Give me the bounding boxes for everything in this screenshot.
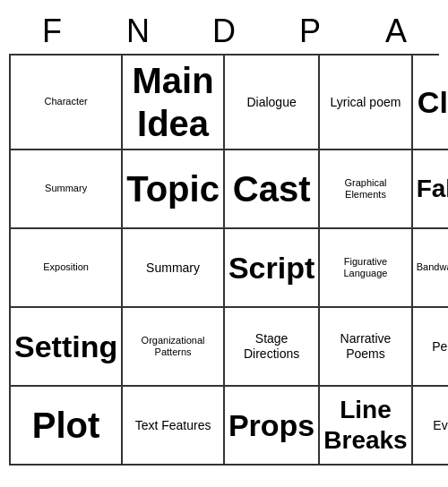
cell-r4-c4: Evidence — [413, 387, 448, 466]
cell-r3-c2: Stage Directions — [225, 308, 320, 387]
cell-text-r3-c4: Persuade — [432, 339, 448, 355]
cell-r3-c1: Organizational Patterns — [123, 308, 225, 387]
cell-text-r2-c3: Figurative Language — [323, 256, 407, 279]
cell-r4-c3: Line Breaks — [320, 387, 412, 466]
cell-r0-c1: Main Idea — [123, 56, 225, 150]
cell-r3-c3: Narrative Poems — [320, 308, 412, 387]
cell-r1-c1: Topic — [123, 150, 225, 229]
col-header-n: N — [95, 9, 181, 54]
cell-r0-c0: Character — [11, 56, 123, 150]
cell-r4-c2: Props — [225, 387, 320, 466]
cell-text-r4-c1: Text Features — [135, 418, 211, 433]
cell-text-r0-c0: Character — [44, 96, 87, 107]
cell-text-r3-c0: Setting — [14, 329, 117, 365]
cell-text-r2-c1: Summary — [146, 261, 200, 276]
bingo-header: FNDPA — [9, 9, 439, 54]
cell-text-r2-c4: Bandwagon Appeal — [417, 261, 448, 273]
cell-r0-c3: Lyrical poem — [320, 56, 412, 150]
cell-text-r1-c2: Cast — [233, 167, 311, 210]
cell-r3-c0: Setting — [11, 308, 123, 387]
cell-r2-c0: Exposition — [11, 229, 123, 308]
cell-r0-c4: Claim — [413, 56, 448, 150]
cell-r2-c3: Figurative Language — [320, 229, 412, 308]
cell-text-r0-c1: Main Idea — [126, 59, 220, 145]
cell-text-r2-c0: Exposition — [43, 261, 89, 273]
cell-text-r2-c2: Script — [228, 250, 314, 286]
cell-text-r3-c2: Stage Directions — [228, 331, 314, 362]
col-header-d: D — [181, 9, 267, 54]
cell-text-r1-c1: Topic — [126, 167, 220, 210]
cell-text-r0-c3: Lyrical poem — [331, 95, 401, 110]
cell-text-r4-c0: Plot — [32, 404, 100, 447]
cell-r0-c2: Dialogue — [225, 56, 320, 150]
cell-r4-c1: Text Features — [123, 387, 225, 466]
cell-r1-c2: Cast — [225, 150, 320, 229]
cell-text-r0-c2: Dialogue — [246, 95, 296, 110]
cell-r2-c4: Bandwagon Appeal — [413, 229, 448, 308]
cell-text-r3-c1: Organizational Patterns — [126, 335, 220, 358]
cell-r1-c0: Summary — [11, 150, 123, 229]
col-header-f: F — [9, 9, 95, 54]
cell-text-r1-c4: Fallacy — [417, 174, 448, 204]
cell-text-r4-c2: Props — [228, 407, 314, 444]
cell-text-r4-c3: Line Breaks — [323, 395, 407, 455]
cell-r2-c2: Script — [225, 229, 320, 308]
cell-text-r4-c4: Evidence — [433, 418, 448, 433]
cell-r1-c4: Fallacy — [413, 150, 448, 229]
cell-r3-c4: Persuade — [413, 308, 448, 387]
cell-r2-c1: Summary — [123, 229, 225, 308]
cell-text-r1-c3: Graphical Elements — [323, 177, 407, 201]
cell-text-r1-c0: Summary — [45, 183, 87, 194]
col-header-p: P — [267, 9, 353, 54]
cell-text-r3-c3: Narrative Poems — [323, 331, 407, 362]
bingo-card: FNDPA CharacterMain IdeaDialogueLyrical … — [9, 9, 439, 466]
col-header-a: A — [353, 9, 439, 54]
cell-r4-c0: Plot — [11, 387, 123, 466]
cell-r1-c3: Graphical Elements — [320, 150, 412, 229]
cell-text-r0-c4: Claim — [418, 84, 448, 121]
bingo-grid: CharacterMain IdeaDialogueLyrical poemCl… — [9, 54, 439, 466]
